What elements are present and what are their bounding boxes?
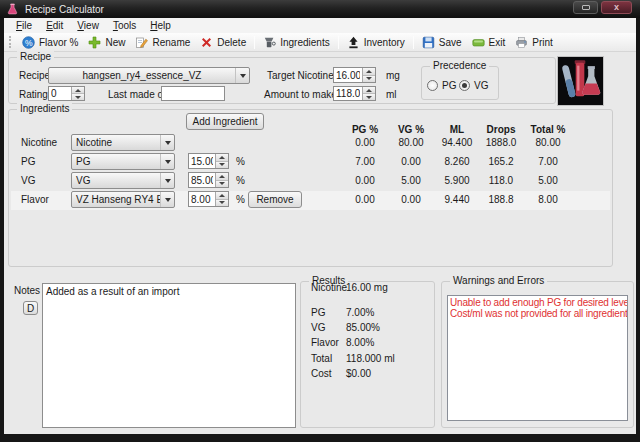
toolbar-ingredients-button[interactable]: Ingredients <box>258 34 334 51</box>
result-label: Total <box>311 353 332 364</box>
recipe-group-label: Recipe <box>17 51 54 62</box>
dropdown-arrow-icon[interactable] <box>160 192 174 207</box>
amount-spinner[interactable] <box>333 86 376 101</box>
total-cell: 7.00 <box>519 156 577 167</box>
drops-cell: 188.8 <box>477 194 525 205</box>
menu-tools[interactable]: Tools <box>106 19 143 32</box>
rating-spinner[interactable] <box>48 86 85 101</box>
spin-down-button[interactable] <box>363 93 375 100</box>
ingredient-combobox[interactable]: VG <box>71 172 175 189</box>
ingredients-group: Ingredients Add Ingredient PG % VG % ML … <box>8 109 613 267</box>
vg-cell: 5.00 <box>387 175 435 186</box>
ingredient-label: Nicotine <box>21 137 57 148</box>
ingredient-combobox-value: PG <box>72 154 160 169</box>
menu-help[interactable]: Help <box>143 19 178 32</box>
remove-button[interactable]: Remove <box>248 191 302 208</box>
toolbar-exit-button[interactable]: Exit <box>467 34 511 51</box>
total-cell: 8.00 <box>519 194 577 205</box>
toolbar-flavor-percent-button[interactable]: % Flavor % <box>17 34 83 51</box>
pg-cell: 0.00 <box>341 137 389 148</box>
pg-cell: 0.00 <box>341 175 389 186</box>
toolbar-rename-button[interactable]: Rename <box>130 34 195 51</box>
save-floppy-icon <box>422 36 435 49</box>
percent-spinner[interactable] <box>188 153 229 169</box>
spin-down-button[interactable] <box>363 75 375 83</box>
ingredient-combobox[interactable]: Nicotine <box>71 134 175 151</box>
result-label: Flavor <box>311 337 339 348</box>
flavor-percent-icon: % <box>22 36 35 49</box>
minimize-button[interactable] <box>573 1 598 14</box>
dropdown-arrow-icon[interactable] <box>160 154 174 169</box>
recipes-combobox[interactable]: hangsen_ry4_essence_VZ <box>48 67 250 84</box>
toolbar-separator <box>254 36 255 49</box>
result-row: Cost $0.00 <box>311 368 430 381</box>
ingredient-row-pg: PG PG % 7.00 0.00 8.260 165.2 7.00 <box>11 153 610 172</box>
last-made-input[interactable] <box>161 86 225 101</box>
d-button[interactable]: D <box>23 301 38 315</box>
ingredient-row-flavor: Flavor VZ Hanseng RY4 Essence % Remove 0… <box>11 191 610 210</box>
spin-down-button[interactable] <box>216 180 228 188</box>
target-nicotine-input[interactable] <box>334 68 362 82</box>
percent-sign: % <box>236 156 245 167</box>
warnings-listbox[interactable]: Unable to add enough PG for desired leve… <box>447 295 628 421</box>
menubar: File Edit View Tools Help <box>4 18 636 33</box>
total-cell: 80.00 <box>519 137 577 148</box>
percent-spinner[interactable] <box>188 172 229 188</box>
toolbar-label: Rename <box>152 37 190 48</box>
total-cell: 5.00 <box>519 175 577 186</box>
toolbar-inventory-button[interactable]: Inventory <box>342 34 410 51</box>
rating-label: Rating <box>19 89 48 100</box>
dropdown-arrow-icon[interactable] <box>160 135 174 150</box>
toolbar-save-button[interactable]: Save <box>417 34 467 51</box>
toolbar-label: Inventory <box>364 37 405 48</box>
menu-view[interactable]: View <box>70 19 106 32</box>
toolbar-grip[interactable] <box>9 36 12 48</box>
toolbar-separator <box>338 36 339 49</box>
rating-input[interactable] <box>49 87 71 100</box>
spin-down-button[interactable] <box>216 199 228 207</box>
toolbar-new-button[interactable]: New <box>83 34 130 51</box>
menu-edit[interactable]: Edit <box>39 19 70 32</box>
spin-down-button[interactable] <box>216 161 228 169</box>
percent-spinner[interactable] <box>188 191 229 207</box>
percent-input[interactable] <box>189 192 215 206</box>
ingredients-grinder-icon <box>263 36 276 49</box>
precedence-vg-radio[interactable]: VG <box>459 80 488 91</box>
toolbar-separator <box>413 36 414 49</box>
notes-textarea[interactable]: Added as a result of an import <box>42 283 296 428</box>
percent-input[interactable] <box>189 154 215 168</box>
app-flask-icon <box>6 3 19 16</box>
spin-down-button[interactable] <box>72 93 84 100</box>
toolbar-delete-button[interactable]: Delete <box>195 34 251 51</box>
titlebar: Recipe Calculator x <box>0 0 640 18</box>
amount-label: Amount to make <box>264 89 337 100</box>
app-window: Recipe Calculator x File Edit View Tools… <box>0 0 640 442</box>
ingredient-combobox[interactable]: VZ Hanseng RY4 Essence <box>71 191 175 208</box>
dropdown-arrow-icon[interactable] <box>160 173 174 188</box>
ingredient-label: VG <box>21 175 35 186</box>
dropdown-arrow-icon[interactable] <box>235 68 249 83</box>
close-button[interactable]: x <box>601 1 632 14</box>
ingredient-combobox-value: VZ Hanseng RY4 Essence <box>72 192 160 207</box>
delete-x-icon <box>200 36 213 49</box>
result-label: VG <box>311 322 325 333</box>
target-nicotine-spinner[interactable] <box>333 67 376 83</box>
drops-cell: 165.2 <box>477 156 525 167</box>
ingredient-row-nicotine: Nicotine Nicotine 0.00 80.00 94.400 1888… <box>11 134 610 153</box>
toolbar-label: Delete <box>217 37 246 48</box>
percent-input[interactable] <box>189 173 215 187</box>
precedence-pg-radio[interactable]: PG <box>427 80 456 91</box>
radio-label: PG <box>442 80 456 91</box>
ingredient-label: Flavor <box>21 194 49 205</box>
ingredient-combobox[interactable]: PG <box>71 153 175 170</box>
percent-sign: % <box>236 194 245 205</box>
toolbar-label: Save <box>439 37 462 48</box>
svg-text:%: % <box>25 37 33 47</box>
vg-cell: 0.00 <box>387 194 435 205</box>
result-value: 7.00% <box>346 307 374 318</box>
ingredient-combobox-value: VG <box>72 173 160 188</box>
toolbar-print-button[interactable]: Print <box>510 34 558 51</box>
menu-file[interactable]: File <box>9 19 39 32</box>
amount-input[interactable] <box>334 87 362 100</box>
toolbar-label: Ingredients <box>280 37 329 48</box>
